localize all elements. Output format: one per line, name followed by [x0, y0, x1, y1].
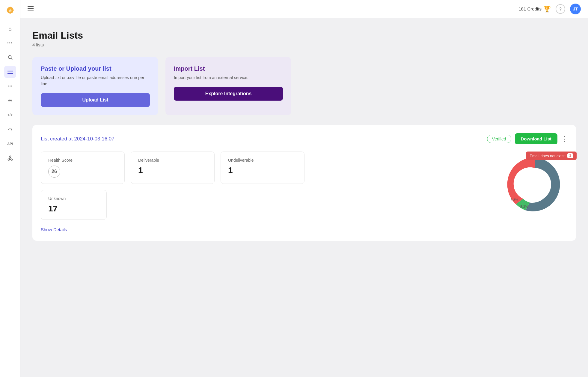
- list-title-link[interactable]: List created at 2024-10-03 16:07: [41, 136, 114, 142]
- chart-area: Health Score 26 Deliverable 1 Undelivera…: [41, 152, 568, 232]
- svg-point-7: [9, 156, 11, 158]
- svg-line-1: [11, 58, 12, 60]
- stats-grid: Health Score 26 Deliverable 1 Undelivera…: [41, 152, 496, 184]
- help-button[interactable]: ?: [556, 4, 565, 14]
- import-card-title: Import List: [174, 65, 283, 72]
- topbar-right: 181 Credits 🏆 ? JT: [518, 4, 581, 14]
- avatar[interactable]: JT: [570, 4, 581, 14]
- upload-list-button[interactable]: Upload List: [41, 93, 150, 107]
- health-score-card: Health Score 26: [41, 152, 125, 184]
- svg-line-10: [10, 158, 11, 159]
- sidebar-item-lists[interactable]: [4, 66, 16, 78]
- content-area: Email Lists 4 lists Paste or Upload your…: [20, 18, 588, 377]
- sidebar: ⌂ ••• ••• ✳ </> {*} API: [0, 0, 20, 377]
- topbar: 181 Credits 🏆 ? JT: [20, 0, 588, 18]
- deliverable-label: Deliverable: [138, 158, 207, 163]
- sidebar-item-code[interactable]: </>: [4, 109, 16, 121]
- undeliverable-value: 1: [228, 166, 297, 175]
- unknown-label: Unknown: [48, 196, 99, 201]
- sidebar-item-home[interactable]: ⌂: [4, 23, 16, 35]
- sidebar-item-search[interactable]: [4, 52, 16, 63]
- upload-card-desc: Upload .txt or .csv file or paste email …: [41, 75, 150, 87]
- sidebar-item-api[interactable]: API: [4, 138, 16, 150]
- list-card: List created at 2024-10-03 16:07 Verifie…: [32, 125, 576, 241]
- upload-card: Paste or Upload your list Upload .txt or…: [32, 57, 158, 115]
- download-list-button[interactable]: Download List: [515, 133, 558, 144]
- health-score-label: Health Score: [48, 158, 117, 163]
- app-logo[interactable]: [4, 5, 16, 17]
- main-wrapper: 181 Credits 🏆 ? JT Email Lists 4 lists P…: [20, 0, 588, 377]
- svg-point-0: [8, 56, 11, 59]
- credits-badge: 181 Credits 🏆: [518, 5, 551, 13]
- topbar-left: [28, 5, 34, 12]
- tooltip-label: Email does not exist:: [530, 154, 566, 158]
- sidebar-item-regex[interactable]: {*}: [4, 123, 16, 135]
- svg-point-5: [8, 159, 9, 161]
- explore-integrations-button[interactable]: Explore Integrations: [174, 87, 283, 101]
- svg-text:5.3%: 5.3%: [510, 198, 518, 202]
- import-card-desc: Import your list from an external servic…: [174, 75, 283, 81]
- tooltip-value: 1: [567, 153, 573, 158]
- list-card-header: List created at 2024-10-03 16:07 Verifie…: [41, 133, 568, 144]
- import-card: Import List Import your list from an ext…: [165, 57, 291, 115]
- sidebar-item-more1[interactable]: •••: [4, 37, 16, 49]
- credits-icon: 🏆: [543, 5, 551, 13]
- sidebar-item-webhook[interactable]: [4, 152, 16, 164]
- help-icon-label: ?: [559, 7, 562, 11]
- svg-text:5.3%: 5.3%: [520, 205, 528, 208]
- stats-left: Health Score 26 Deliverable 1 Undelivera…: [41, 152, 496, 232]
- more-options-icon[interactable]: ⋮: [561, 135, 568, 143]
- chart-tooltip: Email does not exist: 1: [526, 152, 577, 160]
- list-header-actions: Verified Download List ⋮: [487, 133, 568, 144]
- verified-badge[interactable]: Verified: [487, 135, 511, 143]
- svg-text:89.5%: 89.5%: [529, 196, 541, 200]
- deliverable-card: Deliverable 1: [131, 152, 215, 184]
- page-subtitle: 4 lists: [32, 42, 576, 47]
- credits-label: 181 Credits: [518, 6, 542, 11]
- upload-card-title: Paste or Upload your list: [41, 65, 150, 72]
- avatar-initials: JT: [573, 7, 578, 11]
- hamburger-icon[interactable]: [28, 5, 34, 12]
- svg-point-6: [11, 159, 12, 161]
- show-details-link[interactable]: Show Details: [41, 227, 67, 232]
- action-cards: Paste or Upload your list Upload .txt or…: [32, 57, 576, 115]
- sidebar-item-more2[interactable]: •••: [4, 80, 16, 92]
- donut-chart: Email does not exist: 1: [502, 152, 568, 217]
- unknown-card: Unknown 17: [41, 190, 107, 220]
- page-title: Email Lists: [32, 30, 576, 41]
- undeliverable-card: Undeliverable 1: [221, 152, 304, 184]
- unknown-value: 17: [48, 204, 99, 214]
- deliverable-value: 1: [138, 166, 207, 175]
- donut-svg: 89.5% 5.3% 5.3%: [502, 152, 568, 217]
- undeliverable-label: Undeliverable: [228, 158, 297, 163]
- health-score-value: 26: [48, 166, 60, 178]
- sidebar-item-spark[interactable]: ✳: [4, 95, 16, 107]
